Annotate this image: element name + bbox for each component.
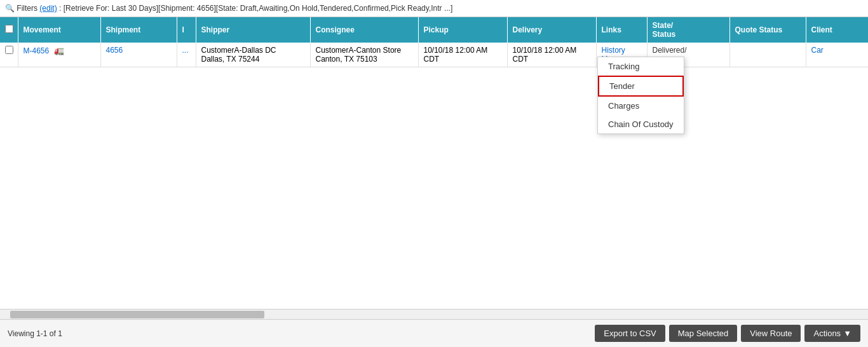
select-all-checkbox[interactable] bbox=[5, 25, 13, 33]
row-movement-cell: M-4656 🚛 bbox=[18, 43, 100, 67]
row-shipment-cell: 4656 bbox=[100, 43, 177, 67]
i-link[interactable]: ... bbox=[182, 46, 189, 55]
truck-icon: 🚛 bbox=[54, 46, 64, 55]
header-client: Client bbox=[806, 17, 868, 43]
header-delivery: Delivery bbox=[507, 17, 596, 43]
horizontal-scrollbar[interactable] bbox=[0, 309, 868, 319]
header-shipment: Shipment bbox=[100, 17, 177, 43]
row-shipper-cell: CustomerA-Dallas DC Dallas, TX 75244 bbox=[196, 43, 310, 67]
state-status: Delivered/ bbox=[653, 46, 687, 55]
header-quote: Quote Status bbox=[729, 17, 806, 43]
header-shipper: Shipper bbox=[196, 17, 310, 43]
table-wrapper: Movement Shipment I Shipper Consignee Pi… bbox=[0, 17, 868, 309]
links-dropdown-popup: Tracking Tender Charges Chain Of Custody bbox=[597, 57, 684, 134]
pickup-datetime: 10/10/18 12:00 AM CDT bbox=[424, 46, 488, 64]
row-i-cell[interactable]: ... bbox=[177, 43, 196, 67]
actions-button[interactable]: Actions ▼ bbox=[804, 325, 860, 342]
consignee-name: CustomerA-Canton Store bbox=[316, 46, 413, 55]
filter-bar: 🔍 Filters (edit) : [Retrieve For: Last 3… bbox=[0, 0, 868, 17]
dropdown-chain-of-custody-item[interactable]: Chain Of Custody bbox=[598, 115, 684, 133]
main-table: Movement Shipment I Shipper Consignee Pi… bbox=[0, 17, 868, 67]
scrollbar-thumb[interactable] bbox=[10, 311, 264, 318]
header-consignee: Consignee bbox=[310, 17, 418, 43]
row-quote-cell bbox=[729, 43, 806, 67]
history-link[interactable]: History bbox=[602, 46, 625, 55]
map-selected-button[interactable]: Map Selected bbox=[669, 325, 738, 342]
row-consignee-cell: CustomerA-Canton Store Canton, TX 75103 bbox=[310, 43, 418, 67]
shipper-name: CustomerA-Dallas DC bbox=[201, 46, 305, 55]
footer-buttons: Export to CSV Map Selected View Route Ac… bbox=[595, 325, 860, 342]
dropdown-tender-item[interactable]: Tender bbox=[598, 76, 684, 97]
row-delivery-cell: 10/10/18 12:00 AM CDT bbox=[507, 43, 596, 67]
row-client-cell: Car bbox=[806, 43, 868, 67]
filters-label: Filters bbox=[17, 4, 37, 13]
row-pickup-cell: 10/10/18 12:00 AM CDT bbox=[418, 43, 507, 67]
footer: Viewing 1-1 of 1 Export to CSV Map Selec… bbox=[0, 319, 868, 347]
shipment-link[interactable]: 4656 bbox=[106, 46, 123, 55]
filters-edit-link[interactable]: (edit) bbox=[39, 4, 57, 13]
header-movement: Movement bbox=[18, 17, 100, 43]
table-row: M-4656 🚛 4656 ... CustomerA-Dallas DC Da… bbox=[0, 43, 868, 67]
shipper-address: Dallas, TX 75244 bbox=[201, 55, 305, 64]
view-route-button[interactable]: View Route bbox=[741, 325, 801, 342]
movement-link[interactable]: M-4656 bbox=[24, 46, 50, 55]
header-i: I bbox=[177, 17, 196, 43]
header-state: State/Status bbox=[647, 17, 729, 43]
delivery-datetime: 10/10/18 12:00 AM CDT bbox=[513, 46, 577, 64]
viewing-count: Viewing 1-1 of 1 bbox=[8, 329, 62, 338]
consignee-address: Canton, TX 75103 bbox=[316, 55, 413, 64]
dropdown-charges-item[interactable]: Charges bbox=[598, 97, 684, 115]
row-checkbox-cell[interactable] bbox=[0, 43, 18, 67]
row-checkbox[interactable] bbox=[5, 46, 13, 54]
actions-arrow-icon: ▼ bbox=[843, 329, 851, 338]
header-pickup: Pickup bbox=[418, 17, 507, 43]
export-csv-button[interactable]: Export to CSV bbox=[595, 325, 665, 342]
dropdown-tracking-item[interactable]: Tracking bbox=[598, 57, 684, 76]
actions-label: Actions bbox=[813, 329, 841, 338]
client-link[interactable]: Car bbox=[811, 46, 824, 55]
filter-text: : [Retrieve For: Last 30 Days][Shipment:… bbox=[59, 4, 452, 13]
table-header-row: Movement Shipment I Shipper Consignee Pi… bbox=[0, 17, 868, 43]
search-icon: 🔍 bbox=[5, 4, 15, 13]
header-links: Links bbox=[596, 17, 647, 43]
header-checkbox-cell[interactable] bbox=[0, 17, 18, 43]
